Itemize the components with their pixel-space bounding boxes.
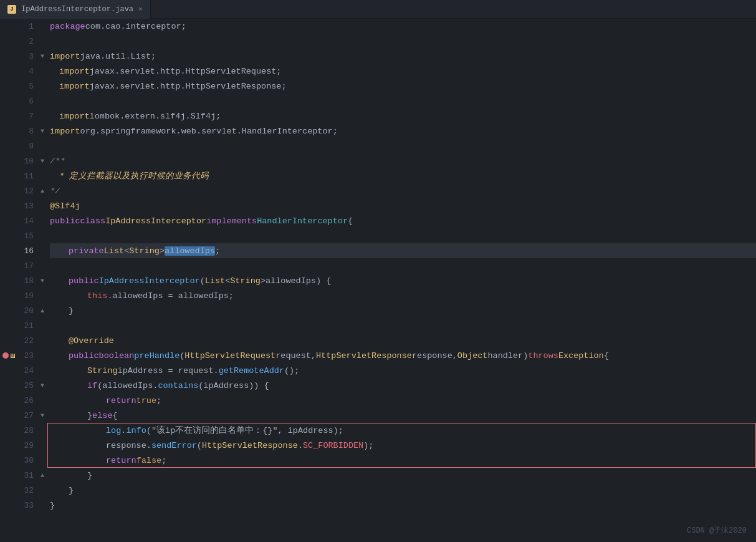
fold-cell xyxy=(37,318,47,333)
code-line: return true; xyxy=(50,393,756,408)
token-comment-block: /** xyxy=(50,157,65,166)
fold-cell xyxy=(37,138,47,153)
token-plain: ; xyxy=(161,456,166,465)
indicator-line xyxy=(0,243,17,258)
fold-cell xyxy=(37,243,47,258)
token-class-name: HttpServletRequest xyxy=(184,351,275,361)
indicator-line: @ xyxy=(0,348,17,363)
line-number: 2 xyxy=(17,34,37,49)
indicator-line xyxy=(0,213,17,228)
indicator-line xyxy=(0,109,17,123)
token-fn: info xyxy=(126,426,146,435)
token-kw: boolean xyxy=(99,351,135,361)
fold-cell[interactable]: ▲ xyxy=(37,303,47,318)
token-plain: } xyxy=(69,306,74,316)
line-number: 24 xyxy=(17,363,37,378)
token-plain: > xyxy=(261,276,266,286)
token-kw: public xyxy=(50,216,80,226)
token-annotation: @Override xyxy=(69,336,114,346)
code-line: public IpAddressInterceptor(List<String>… xyxy=(50,273,756,288)
code-line: response.sendError(HttpServletResponse.S… xyxy=(50,438,756,453)
close-tab-icon[interactable]: × xyxy=(138,6,143,13)
fold-cell xyxy=(37,363,47,378)
token-plain: request, xyxy=(275,351,316,361)
indicator-line xyxy=(0,378,17,393)
fold-cell[interactable]: ▼ xyxy=(37,123,47,138)
line-number: 15 xyxy=(17,228,37,243)
line-number: 13 xyxy=(17,198,37,213)
code-line: } xyxy=(50,483,756,498)
token-plain: ( xyxy=(200,276,205,286)
code-line: } xyxy=(50,498,756,513)
line-number: 14 xyxy=(17,213,37,228)
file-tab[interactable]: J IpAddressInterceptor.java × xyxy=(0,0,151,19)
line-number: 28 xyxy=(17,423,37,438)
token-iface: HandlerInterceptor xyxy=(257,216,348,226)
token-plain: (allowedIps. xyxy=(97,381,158,390)
indicator-line xyxy=(0,498,17,513)
line-number: 25 xyxy=(17,378,37,393)
token-plain: } xyxy=(69,486,74,495)
token-plain: { xyxy=(113,411,118,420)
indicator-line xyxy=(0,34,17,49)
token-class-name: List xyxy=(205,276,225,286)
breakpoint-icon[interactable] xyxy=(2,352,9,359)
line-number: 23 xyxy=(17,348,37,363)
code-line: @Slf4j xyxy=(50,198,756,213)
token-plain: < xyxy=(124,246,129,256)
token-plain: ); xyxy=(363,441,373,450)
line-number: 19 xyxy=(17,288,37,303)
token-kw: public xyxy=(69,351,99,361)
token-plain: response, xyxy=(412,351,457,361)
token-plain: { xyxy=(348,216,353,226)
code-line: } else { xyxy=(50,408,756,423)
fold-cell[interactable]: ▲ xyxy=(37,468,47,483)
fold-cell xyxy=(37,19,47,34)
line-number: 10 xyxy=(17,153,37,168)
fold-cell[interactable]: ▼ xyxy=(37,273,47,288)
indicator-line xyxy=(0,138,17,153)
token-plain: } xyxy=(87,411,92,420)
token-import-kw: import xyxy=(50,52,80,61)
line-number: 18 xyxy=(17,273,37,288)
token-class-name: Exception xyxy=(558,351,604,361)
fold-col: ▼▼▼▲▼▲▼▼▲ xyxy=(37,19,47,542)
fold-cell xyxy=(37,198,47,213)
fold-cell[interactable]: ▲ xyxy=(37,183,47,198)
fold-cell[interactable]: ▼ xyxy=(37,153,47,168)
code-line xyxy=(50,258,756,273)
line-numbers-col: 1234567891011121314151617181920212223242… xyxy=(17,19,37,542)
line-number: 30 xyxy=(17,453,37,468)
line-number: 31 xyxy=(17,468,37,483)
token-plain: . xyxy=(121,426,126,435)
token-kw: package xyxy=(50,22,85,31)
code-line: log.info("该ip不在访问的白名单中：{}", ipAddress); xyxy=(50,423,756,438)
token-fn: contains xyxy=(158,381,198,390)
token-plain: < xyxy=(225,276,230,286)
token-plain: java.util.List; xyxy=(80,52,156,61)
indicator-line xyxy=(0,64,17,79)
fold-cell xyxy=(37,348,47,363)
token-plain: ; xyxy=(215,246,220,256)
fold-cell xyxy=(37,423,47,438)
fold-cell xyxy=(37,498,47,513)
code-line: /** xyxy=(50,153,756,168)
fold-cell[interactable]: ▼ xyxy=(37,408,47,423)
token-plain: handler) xyxy=(487,351,528,361)
fold-cell[interactable]: ▼ xyxy=(37,49,47,64)
code-line: return false; xyxy=(50,453,756,468)
line-number: 17 xyxy=(17,258,37,273)
token-class-name: String xyxy=(230,276,261,286)
line-number: 5 xyxy=(17,79,37,94)
line-number: 21 xyxy=(17,318,37,333)
token-import-kw: import xyxy=(59,67,90,76)
line-number: 22 xyxy=(17,333,37,348)
indicator-line xyxy=(0,79,17,94)
token-plain: response. xyxy=(106,441,151,450)
line-number: 7 xyxy=(17,109,37,123)
token-fn: log xyxy=(106,426,121,435)
fold-cell xyxy=(37,333,47,348)
fold-cell[interactable]: ▼ xyxy=(37,378,47,393)
token-kw: else xyxy=(92,411,112,420)
token-plain: ( xyxy=(197,441,202,450)
